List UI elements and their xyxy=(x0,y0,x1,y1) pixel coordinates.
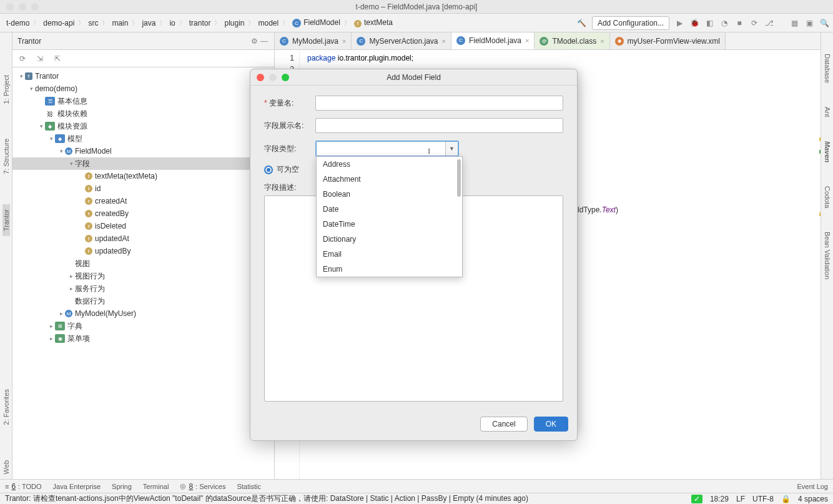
tree-node[interactable]: fcreatedBy xyxy=(12,207,274,220)
update-icon[interactable]: ⟳ xyxy=(749,18,759,28)
dropdown-option[interactable]: Date xyxy=(317,202,462,217)
disclosure-icon[interactable]: ▾ xyxy=(57,148,65,154)
editor-tab[interactable]: ◆myUser-FormView-view.xml xyxy=(610,32,726,49)
settings-icon[interactable]: ▣ xyxy=(804,18,814,28)
dropdown-option[interactable]: Email xyxy=(317,247,462,262)
panel-tab-ant[interactable]: Ant xyxy=(824,104,831,120)
tree-node[interactable]: ▾TTrantor xyxy=(12,70,274,82)
tree-node[interactable]: fisDeleted xyxy=(12,220,274,232)
zoom-icon[interactable] xyxy=(31,3,39,11)
git-icon[interactable]: ⎇ xyxy=(764,18,774,28)
disclosure-icon[interactable]: ▸ xyxy=(47,323,55,329)
tree-node[interactable]: ▾字段 xyxy=(12,157,274,170)
dropdown-option[interactable]: Boolean xyxy=(317,187,462,202)
dialog-close-icon[interactable] xyxy=(257,74,264,81)
panel-tab-codota[interactable]: Codota xyxy=(824,184,831,210)
editor-tab[interactable]: CMyServerAction.java× xyxy=(352,32,451,49)
project-tree[interactable]: ▾TTrantor▾demo(demo)☰基本信息⛓模块依赖▾◆模块资源▾◆模型… xyxy=(12,67,274,479)
tree-node[interactable]: fid xyxy=(12,182,274,195)
close-tab-icon[interactable]: × xyxy=(342,37,346,45)
tool-services[interactable]: ◎ 8: Services xyxy=(180,482,225,491)
ok-button[interactable]: OK xyxy=(534,417,568,432)
tool-spring[interactable]: Spring xyxy=(112,483,132,490)
layout-icon[interactable]: ▦ xyxy=(789,18,799,28)
close-tab-icon[interactable]: × xyxy=(442,37,446,45)
tool-statistic[interactable]: Statistic xyxy=(237,483,261,490)
cancel-button[interactable]: Cancel xyxy=(480,417,527,432)
scrollbar-thumb[interactable] xyxy=(457,159,461,197)
panel-tab-bean-validation[interactable]: Bean Validation xyxy=(824,229,831,282)
tree-node[interactable]: ▾MFieldModel xyxy=(12,145,274,157)
status-line-ending[interactable]: LF xyxy=(736,495,745,503)
tree-node[interactable]: 数据行为 xyxy=(12,295,274,307)
tool-java-enterprise[interactable]: Java Enterprise xyxy=(53,483,101,490)
breadcrumb-item[interactable]: ftextMeta xyxy=(352,17,395,29)
panel-tab-database[interactable]: Database xyxy=(824,51,831,86)
panel-tab-favorites[interactable]: 2: Favorites xyxy=(2,384,10,430)
tree-node[interactable]: ▾demo(demo) xyxy=(12,82,274,95)
hide-icon[interactable]: — xyxy=(259,36,269,46)
var-name-input[interactable] xyxy=(315,96,563,111)
disclosure-icon[interactable]: ▸ xyxy=(47,335,55,342)
display-name-input[interactable] xyxy=(315,118,563,133)
lock-icon[interactable]: 🔒 xyxy=(781,495,791,503)
tree-node[interactable]: ftextMeta(textMeta) xyxy=(12,170,274,182)
field-type-combobox[interactable]: ▼ xyxy=(315,141,459,157)
tree-node[interactable]: fcreatedAt xyxy=(12,195,274,207)
breadcrumb-item[interactable]: main xyxy=(109,17,131,29)
tree-node[interactable]: ▾◆模型 xyxy=(12,132,274,145)
collapse-all-icon[interactable]: ⇱ xyxy=(52,54,62,64)
minimize-icon[interactable] xyxy=(19,3,26,11)
editor-tab[interactable]: @TModel.class× xyxy=(535,32,609,49)
coverage-icon[interactable]: ◧ xyxy=(704,18,714,28)
tool-todo[interactable]: ≡ 6: TODO xyxy=(5,482,42,491)
tree-node[interactable]: ⛓模块依赖 xyxy=(12,107,274,120)
dropdown-option[interactable]: Dictionary xyxy=(317,232,462,247)
close-tab-icon[interactable]: × xyxy=(600,37,604,45)
gear-icon[interactable]: ⚙ xyxy=(249,36,259,46)
disclosure-icon[interactable]: ▸ xyxy=(67,285,75,292)
status-indicator-icon[interactable]: ✓ xyxy=(691,495,702,503)
tree-node[interactable]: ▸视图行为 xyxy=(12,270,274,282)
tree-node[interactable]: fupdatedAt xyxy=(12,232,274,245)
search-icon[interactable]: 🔍 xyxy=(819,18,829,28)
tree-node[interactable]: 视图 xyxy=(12,257,274,270)
breadcrumb-item[interactable]: CFieldModel xyxy=(290,17,343,29)
tree-node[interactable]: ☰基本信息 xyxy=(12,95,274,107)
run-icon[interactable]: ▶ xyxy=(674,18,684,28)
event-log-button[interactable]: Event Log xyxy=(797,483,828,490)
refresh-icon[interactable]: ⟳ xyxy=(17,54,27,64)
breadcrumb-item[interactable]: trantor xyxy=(187,17,214,29)
disclosure-icon[interactable]: ▾ xyxy=(47,136,55,142)
panel-tab-project[interactable]: 1: Project xyxy=(2,70,10,109)
debug-icon[interactable]: 🐞 xyxy=(689,18,699,28)
dropdown-option[interactable]: DateTime xyxy=(317,217,462,232)
tree-node[interactable]: fupdatedBy xyxy=(12,245,274,257)
build-icon[interactable]: 🔨 xyxy=(577,18,587,28)
field-type-input[interactable] xyxy=(317,142,445,156)
breadcrumb-item[interactable]: java xyxy=(139,17,158,29)
expand-all-icon[interactable]: ⇲ xyxy=(35,54,45,64)
disclosure-icon[interactable]: ▾ xyxy=(37,123,45,129)
dropdown-option[interactable]: Attachment xyxy=(317,172,462,187)
dialog-zoom-icon[interactable] xyxy=(282,74,289,81)
close-tab-icon[interactable]: × xyxy=(525,37,529,44)
panel-tab-structure[interactable]: 7: Structure xyxy=(2,134,10,179)
editor-tab[interactable]: CFieldModel.java× xyxy=(451,32,535,49)
editor-tab[interactable]: CMyModel.java× xyxy=(275,32,352,49)
disclosure-icon[interactable]: ▸ xyxy=(57,310,65,317)
chevron-down-icon[interactable]: ▼ xyxy=(445,142,458,156)
tool-terminal[interactable]: Terminal xyxy=(143,483,169,490)
panel-tab-web[interactable]: Web xyxy=(2,455,10,479)
breadcrumb-item[interactable]: demo-api xyxy=(41,17,77,29)
disclosure-icon[interactable]: ▾ xyxy=(67,161,75,167)
dialog-titlebar[interactable]: Add Model Field xyxy=(250,69,577,86)
dropdown-option[interactable]: Enum xyxy=(317,262,462,277)
status-encoding[interactable]: UTF-8 xyxy=(752,495,774,503)
breadcrumb-item[interactable]: t-demo xyxy=(4,17,32,29)
panel-tab-trantor[interactable]: Trantor xyxy=(2,204,10,236)
profile-icon[interactable]: ◔ xyxy=(719,18,729,28)
tree-node[interactable]: ▸⊞字典 xyxy=(12,320,274,332)
tree-node[interactable]: ▸◉菜单项 xyxy=(12,332,274,345)
run-configuration-select[interactable]: Add Configuration... xyxy=(592,16,669,30)
